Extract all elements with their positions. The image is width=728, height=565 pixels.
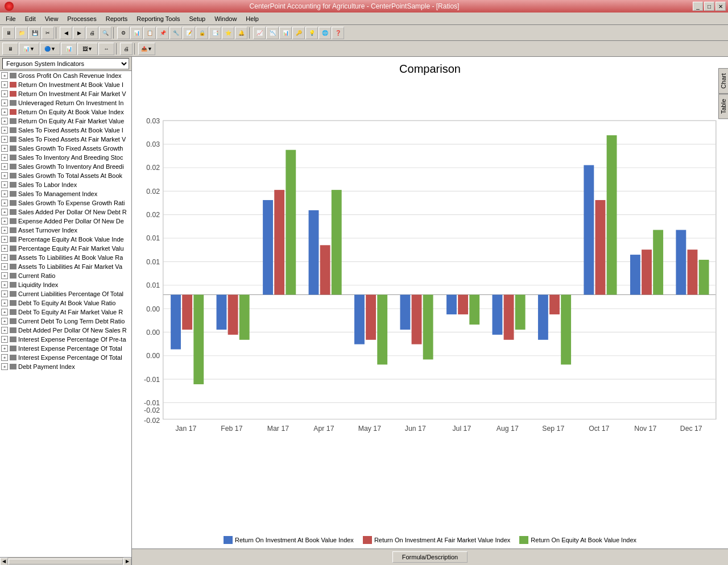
sidebar-list-item[interactable]: +Sales Growth To Fixed Assets Growth: [0, 144, 131, 153]
tb-b4[interactable]: 📌: [156, 27, 169, 39]
minimize-button[interactable]: _: [693, 2, 703, 11]
tb-c1[interactable]: 📈: [253, 27, 266, 39]
menu-processes[interactable]: Processes: [64, 14, 100, 23]
expand-icon[interactable]: +: [1, 181, 8, 188]
sidebar-list-item[interactable]: +Sales Added Per Dollar Of New Debt R: [0, 207, 131, 217]
expand-icon[interactable]: +: [1, 109, 8, 115]
tb-c2[interactable]: 📉: [266, 27, 279, 39]
sidebar-list-item[interactable]: +Return On Investment At Book Value I: [0, 80, 131, 89]
sidebar-list-item[interactable]: +Current Debt To Long Term Debt Ratio: [0, 317, 131, 326]
sidebar-list-item[interactable]: +Sales Growth To Total Assets At Book: [0, 171, 131, 180]
expand-icon[interactable]: +: [1, 172, 8, 179]
sidebar-list-item[interactable]: +Return On Equity At Book Value Index: [0, 107, 131, 117]
menu-setup[interactable]: Setup: [185, 14, 209, 23]
sidebar-list-item[interactable]: +Expense Added Per Dollar Of New De: [0, 217, 131, 226]
expand-icon[interactable]: +: [1, 254, 8, 261]
tb-b8[interactable]: 📑: [209, 27, 221, 39]
sidebar-list-item[interactable]: +Percentage Equity At Book Value Inde: [0, 235, 131, 244]
menu-help[interactable]: Help: [242, 14, 262, 23]
sidebar-list-item[interactable]: +Return On Equity At Fair Market Value: [0, 117, 131, 126]
tb-c7[interactable]: ❓: [332, 27, 344, 39]
hscroll-right[interactable]: ▶: [123, 558, 131, 566]
sidebar-list-item[interactable]: +Debt To Equity At Fair Market Value R: [0, 308, 131, 317]
sidebar-list-item[interactable]: +Sales To Management Index: [0, 189, 131, 198]
tb-c6[interactable]: 🌐: [318, 27, 331, 39]
formula-description-button[interactable]: Formula/Description: [392, 551, 468, 563]
expand-icon[interactable]: +: [1, 136, 8, 143]
sidebar-list-item[interactable]: +Sales To Fixed Assets At Fair Market V: [0, 135, 131, 144]
close-button[interactable]: ✕: [715, 2, 726, 11]
expand-icon[interactable]: +: [1, 209, 8, 215]
tb-b2[interactable]: 📊: [130, 27, 143, 39]
sidebar-list-item[interactable]: +Current Ratio: [0, 271, 131, 280]
expand-icon[interactable]: +: [1, 145, 8, 152]
tb2-b2[interactable]: 📊▼: [19, 43, 39, 55]
expand-icon[interactable]: +: [1, 354, 8, 361]
menu-reports[interactable]: Reports: [102, 14, 131, 23]
expand-icon[interactable]: +: [1, 154, 8, 161]
sidebar-list-item[interactable]: +Debt Payment Index: [0, 362, 131, 371]
menu-window[interactable]: Window: [211, 14, 240, 23]
expand-icon[interactable]: +: [1, 300, 8, 306]
expand-icon[interactable]: +: [1, 127, 8, 134]
menu-file[interactable]: File: [2, 14, 19, 23]
tb-b7[interactable]: 🔒: [196, 27, 208, 39]
expand-icon[interactable]: +: [1, 190, 8, 197]
tb-c3[interactable]: 📊: [279, 27, 292, 39]
sidebar-list-item[interactable]: +Return On Investment At Fair Market V: [0, 89, 131, 98]
expand-icon[interactable]: +: [1, 336, 8, 343]
expand-icon[interactable]: +: [1, 272, 8, 279]
sidebar-list-item[interactable]: +Sales Growth To Inventory And Breedi: [0, 162, 131, 171]
menu-view[interactable]: View: [42, 14, 62, 23]
expand-icon[interactable]: +: [1, 81, 8, 88]
sidebar-list-item[interactable]: +Sales To Fixed Assets At Book Value I: [0, 126, 131, 135]
tb-print[interactable]: 🖨: [86, 27, 98, 39]
tb-delete[interactable]: ✂: [42, 27, 54, 39]
expand-icon[interactable]: +: [1, 263, 8, 270]
expand-icon[interactable]: +: [1, 327, 8, 334]
tb2-b4[interactable]: 📊: [61, 43, 77, 55]
tb2-b3[interactable]: 🔵▼: [40, 43, 60, 55]
sidebar-list-item[interactable]: +Debt Added Per Dollar Of New Sales R: [0, 326, 131, 335]
expand-icon[interactable]: +: [1, 281, 8, 288]
tb-b1[interactable]: ⚙: [117, 27, 130, 39]
expand-icon[interactable]: +: [1, 245, 8, 252]
expand-icon[interactable]: +: [1, 200, 8, 206]
expand-icon[interactable]: +: [1, 227, 8, 234]
sidebar-list-item[interactable]: +Interest Expense Percentage Of Total: [0, 344, 131, 353]
hscroll-thumb[interactable]: [9, 559, 123, 564]
tb-save[interactable]: 💾: [28, 27, 41, 39]
maximize-button[interactable]: □: [704, 2, 714, 11]
sidebar-list-item[interactable]: +Unleveraged Return On Investment In: [0, 98, 131, 107]
sidebar-list-item[interactable]: +Sales To Labor Index: [0, 180, 131, 189]
expand-icon[interactable]: +: [1, 345, 8, 352]
expand-icon[interactable]: +: [1, 218, 8, 225]
tb2-b1[interactable]: 🖥: [2, 43, 18, 55]
tb-b6[interactable]: 📝: [183, 27, 195, 39]
tb-open[interactable]: 📁: [15, 27, 28, 39]
sidebar-list-item[interactable]: +Assets To Liabilities At Book Value Ra: [0, 253, 131, 262]
expand-icon[interactable]: +: [1, 236, 8, 243]
tb-preview[interactable]: 🔍: [99, 27, 111, 39]
sidebar-list-item[interactable]: +Percentage Equity At Fair Market Valu: [0, 244, 131, 253]
sidebar-list-item[interactable]: +Assets To Liabilities At Fair Market Va: [0, 262, 131, 271]
hscroll-left[interactable]: ◀: [0, 558, 8, 566]
expand-icon[interactable]: +: [1, 363, 8, 370]
sidebar-list-item[interactable]: +Debt To Equity At Book Value Ratio: [0, 298, 131, 308]
sidebar-list-item[interactable]: +Asset Turnover Index: [0, 226, 131, 235]
expand-icon[interactable]: +: [1, 90, 8, 97]
tb2-print[interactable]: 🖨: [120, 43, 133, 55]
expand-icon[interactable]: +: [1, 163, 8, 170]
expand-icon[interactable]: +: [1, 72, 8, 79]
expand-icon[interactable]: +: [1, 318, 8, 325]
sidebar-list-item[interactable]: +Sales Growth To Expense Growth Rati: [0, 198, 131, 207]
sidebar-list-item[interactable]: +Gross Profit On Cash Revenue Index: [0, 71, 131, 80]
expand-icon[interactable]: +: [1, 99, 8, 106]
tb-forward[interactable]: ▶: [73, 27, 85, 39]
tb-b9[interactable]: ⭐: [222, 27, 234, 39]
sidebar-list-item[interactable]: +Interest Expense Percentage Of Pre-ta: [0, 335, 131, 344]
expand-icon[interactable]: +: [1, 309, 8, 315]
tb2-b6[interactable]: ↔: [98, 43, 114, 55]
tb-new[interactable]: 🖥: [2, 27, 15, 39]
expand-icon[interactable]: +: [1, 118, 8, 124]
